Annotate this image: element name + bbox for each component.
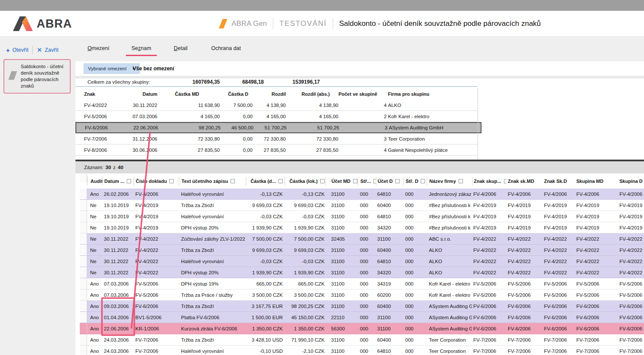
journal-column-header[interactable]: Znak skup...	[472, 177, 506, 185]
journal-column-header[interactable]: Stř. D	[403, 177, 427, 185]
environment-name: TESTOVÁNÍ	[279, 19, 327, 28]
group-cell: FV-7/2006	[75, 136, 123, 141]
journal-cell: 000	[358, 259, 376, 264]
group-column-header[interactable]: Počet ve skupině	[338, 91, 387, 97]
journal-row[interactable]: Ne19.10.2019FV-4/2019Tržba za Zboží9 699…	[80, 200, 644, 211]
journal-cell: #Bez příslušnosti k	[427, 214, 472, 219]
journal-cell: 000	[403, 292, 427, 298]
group-cell: 0,00	[220, 148, 253, 153]
journal-cell: 31100	[325, 292, 358, 298]
journal-cell: 31100	[325, 281, 358, 286]
tab-seznam[interactable]: Seznam	[131, 45, 151, 51]
journal-cell: FV-4/2022	[506, 270, 542, 275]
journal-cell: 1 939,90 CZK	[246, 225, 284, 230]
filter-box-icon[interactable]	[169, 179, 174, 183]
journal-column-header[interactable]: Znak Sk.D	[542, 177, 575, 185]
journal-cell: -0,03 CZK	[284, 214, 325, 219]
group-column-header[interactable]: Částka D	[220, 91, 253, 97]
group-column-header[interactable]: Datum	[123, 91, 157, 97]
journal-column-header[interactable]: Text účetního zápisu	[179, 177, 246, 185]
journal-row[interactable]: Ano22.06.2006KR-1/2006Kurzová ztráta FV-…	[80, 323, 644, 334]
group-row[interactable]: FV-4/202230.11.202211 638,907 500,004 13…	[75, 100, 478, 111]
journal-cell: FV-4/2019	[134, 225, 179, 230]
journal-cell: 3 500,00 CZK	[246, 292, 284, 298]
group-column-header[interactable]: Částka MD	[157, 91, 220, 97]
journal-column-header[interactable]: Číslo dokladu	[134, 177, 179, 185]
journal-column-header[interactable]: Skupina MD	[575, 177, 609, 185]
journal-cell: 30.11.2022	[102, 236, 134, 242]
filter-box-icon[interactable]	[127, 179, 131, 183]
journal-row[interactable]: Ano24.03.2006FV-7/2006Tržba za Zboží3 42…	[80, 334, 644, 346]
group-column-header[interactable]: Rozdíl (abs.)	[286, 91, 338, 97]
group-cell: 4 165,00	[253, 114, 286, 119]
journal-cell: Ano	[87, 192, 102, 197]
group-row[interactable]: FV-5/200607.03.20064 165,000,004 165,004…	[75, 111, 478, 122]
journal-cell: FV-4/2022	[472, 270, 506, 275]
journal-cell: Ne	[87, 270, 102, 275]
open-button-label: Otevřít	[13, 47, 29, 53]
journal-row[interactable]: Ne30.11.2022FV-4/2022Zúčtování zálohy ZL…	[80, 233, 644, 245]
journal-row[interactable]: Ne19.10.2019FV-4/2019DPH výstup 20%1 939…	[80, 222, 644, 233]
journal-column-header[interactable]: Stř...	[358, 177, 376, 185]
tab-ochrana-dat[interactable]: Ochrana dat	[211, 45, 241, 51]
journal-cell: Tržba za Zboží	[179, 203, 246, 208]
journal-column-header[interactable]: Znak sk.MD	[506, 177, 542, 185]
tab-detail[interactable]: Detail	[174, 45, 188, 51]
restriction-dropdown[interactable]: Vybrané omezení ▼	[84, 63, 140, 74]
journal-cell: 000	[403, 203, 427, 208]
filter-box-icon[interactable]	[353, 179, 357, 183]
filter-box-icon[interactable]	[320, 179, 325, 183]
journal-cell: 31100	[376, 236, 403, 242]
journal-cell: 000	[358, 337, 376, 342]
journal-cell: FV-4/2022	[575, 259, 609, 264]
journal-column-header[interactable]: Audit	[87, 177, 102, 185]
journal-cell: FV-4/2022	[506, 248, 542, 253]
open-task-card[interactable]: Saldokonto - účetní deník souvztažně pod…	[3, 59, 71, 94]
filter-box-icon[interactable]	[459, 179, 463, 183]
group-row[interactable]: FV-6/200622.06.200698 200,2546 500,0051 …	[75, 122, 481, 133]
journal-column-header[interactable]: Částka (lok.)	[284, 177, 325, 185]
journal-cell: 07.03.2006	[102, 281, 134, 286]
group-column-header[interactable]: Rozdíl	[253, 91, 286, 97]
journal-cell: FV-5/2006	[472, 292, 506, 298]
journal-row[interactable]: Ano26.02.2006FV-4/2006Haléřové vyrovnání…	[80, 188, 644, 200]
filter-box-icon[interactable]	[395, 179, 400, 183]
journal-cell: Tržba za Zboží	[179, 304, 246, 309]
journal-column-header[interactable]: Účet MD	[325, 177, 358, 185]
journal-cell: FV-4/2022	[542, 270, 575, 275]
group-row[interactable]: FV-7/200631.12.200672 330,800,0072 330,8…	[75, 133, 478, 145]
journal-row[interactable]: Ano01.04.2006BV1-5/2006Platba FV-6/20061…	[80, 312, 644, 323]
journal-row[interactable]: Ne30.11.2022FV-4/2022Tržba za Zboží9 699…	[80, 245, 644, 256]
journal-row[interactable]: Ano07.03.2006FV-5/2006Tržba za Práce / s…	[80, 289, 644, 301]
journal-cell: #Bez příslušnosti k	[427, 225, 472, 230]
journal-row[interactable]: Ne30.11.2022FV-4/2022DPH výstup 20%1 939…	[80, 267, 644, 278]
journal-row[interactable]: Ano09.03.2006FV-6/2006Tržba za Zboží3 16…	[80, 301, 644, 312]
journal-row[interactable]: Ne19.10.2019FV-4/2019Haléřové vyrovnání-…	[80, 211, 644, 222]
journal-column-header[interactable]: Datum ...	[102, 177, 134, 185]
journal-column-header[interactable]: Částka (d...	[246, 177, 284, 185]
journal-column-header[interactable]: Skupina D	[609, 177, 644, 185]
journal-column-header[interactable]: Účet D	[376, 177, 403, 185]
total-amount-md: 1607694,35	[179, 79, 220, 85]
group-cell: 27 835,50	[157, 148, 220, 153]
journal-cell: Ano	[87, 337, 102, 342]
journal-cell: -0,13 CZK	[284, 192, 325, 197]
tab-omezen-[interactable]: Omezení	[88, 45, 109, 51]
journal-row[interactable]: Ne30.11.2022FV-4/2022Haléřové vyrovnání-…	[80, 256, 644, 267]
group-column-header[interactable]: Firma pro skupinu	[387, 91, 478, 97]
totals-label: Celkem za všechny skupiny:	[88, 79, 150, 85]
journal-row[interactable]: Ano24.03.2006FV-7/2006Haléřové vyrovnání…	[80, 346, 644, 355]
group-row[interactable]: FV-8/200630.06.200627 835,500,0027 835,5…	[75, 145, 478, 156]
group-cell: 27 835,50	[253, 148, 286, 153]
journal-cell: Ne	[87, 259, 102, 264]
filter-box-icon[interactable]	[231, 179, 235, 183]
row-indicator-cell	[80, 245, 87, 255]
open-button[interactable]: + Otevřít	[6, 47, 28, 54]
journal-cell: FV-4/2022	[609, 236, 644, 242]
journal-row[interactable]: Ano07.03.2006FV-5/2006DPH výstup 19%665,…	[80, 278, 644, 289]
group-column-header[interactable]: Znak	[75, 91, 123, 97]
journal-column-header[interactable]: Název firmy	[427, 177, 472, 185]
filter-box-icon[interactable]	[421, 179, 425, 183]
filter-box-icon[interactable]	[278, 179, 283, 183]
close-button[interactable]: ✕ Zavřít	[37, 46, 59, 54]
